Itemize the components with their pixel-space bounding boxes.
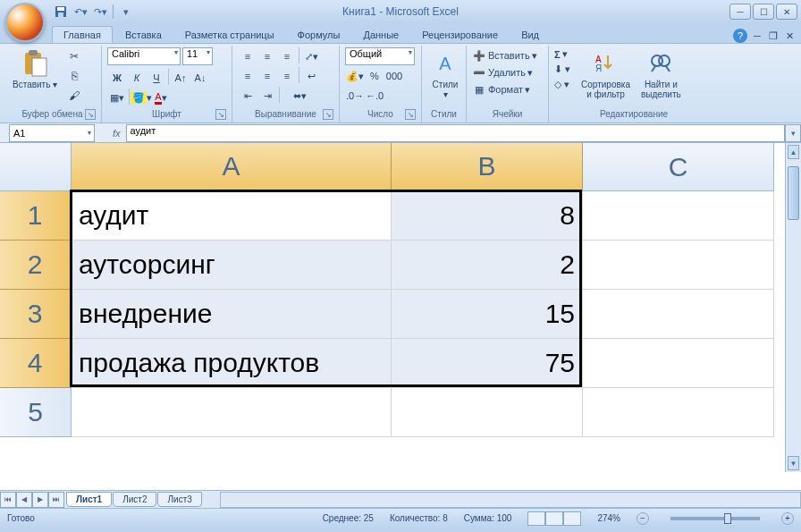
cell-C5[interactable]: [583, 388, 774, 437]
column-header-A[interactable]: A: [72, 143, 392, 191]
scroll-thumb[interactable]: [788, 166, 799, 220]
cell-C3[interactable]: [583, 290, 774, 339]
decrease-indent-icon[interactable]: ⇤: [238, 87, 257, 105]
tab-page-layout[interactable]: Разметка страницы: [174, 27, 285, 43]
number-launcher[interactable]: ↘: [405, 109, 416, 120]
close-button[interactable]: ✕: [776, 4, 797, 20]
font-size-select[interactable]: 11: [182, 47, 213, 65]
select-all-button[interactable]: [0, 143, 72, 191]
decrease-decimal-icon[interactable]: ←.0: [365, 87, 384, 105]
redo-icon[interactable]: ↷▾: [91, 3, 109, 21]
styles-button[interactable]: A Стили▾: [427, 47, 463, 101]
cell-C2[interactable]: [583, 241, 774, 290]
tab-view[interactable]: Вид: [510, 27, 550, 43]
horizontal-scrollbar[interactable]: [220, 492, 801, 508]
formula-bar-expand[interactable]: ▾: [785, 124, 801, 142]
align-bottom-icon[interactable]: ≡: [277, 47, 297, 65]
maximize-button[interactable]: ☐: [753, 4, 774, 20]
font-name-select[interactable]: Calibri: [107, 47, 181, 65]
save-icon[interactable]: [52, 3, 70, 21]
zoom-in-button[interactable]: +: [781, 512, 794, 525]
font-color-icon[interactable]: A▾: [151, 89, 171, 106]
comma-icon[interactable]: 000: [384, 67, 404, 85]
cell-C1[interactable]: [583, 191, 774, 241]
align-center-icon[interactable]: ≡: [257, 67, 277, 85]
zoom-out-button[interactable]: −: [637, 512, 649, 525]
workbook-close[interactable]: ✕: [783, 30, 796, 42]
format-cells-button[interactable]: ▦Формат ▾: [472, 81, 543, 97]
view-normal-icon[interactable]: [527, 511, 545, 526]
zoom-slider[interactable]: [670, 517, 760, 520]
cell-A3[interactable]: внедрение: [72, 290, 392, 339]
grow-font-icon[interactable]: A↑: [171, 69, 190, 87]
sheet-nav-first[interactable]: ⏮: [0, 492, 16, 508]
cell-B3[interactable]: 15: [392, 290, 583, 339]
tab-insert[interactable]: Вставка: [114, 27, 173, 43]
cell-B5[interactable]: [392, 388, 583, 437]
qat-customize-icon[interactable]: ▾: [117, 3, 135, 21]
workbook-minimize[interactable]: ─: [751, 30, 763, 41]
sort-filter-button[interactable]: АЯ Сортировка и фильтр: [578, 47, 634, 101]
worksheet-grid[interactable]: ABC 12345 аудит8аутсорсинг2внедрение15пр…: [0, 143, 801, 490]
column-header-B[interactable]: B: [392, 143, 583, 191]
help-icon[interactable]: ?: [733, 29, 747, 43]
sheet-nav-next[interactable]: ▶: [32, 492, 48, 508]
scroll-up-icon[interactable]: ▲: [788, 145, 799, 159]
increase-decimal-icon[interactable]: .0→: [345, 87, 365, 105]
bold-button[interactable]: Ж: [107, 69, 127, 87]
vertical-scrollbar[interactable]: ▲ ▼: [785, 143, 801, 472]
alignment-launcher[interactable]: ↘: [323, 109, 333, 120]
italic-button[interactable]: К: [127, 69, 147, 87]
shrink-font-icon[interactable]: A↓: [190, 69, 210, 87]
fill-color-icon[interactable]: 🪣▾: [131, 89, 151, 106]
autosum-button[interactable]: Σ ▾: [554, 47, 570, 61]
office-button[interactable]: [5, 3, 45, 42]
formula-input[interactable]: аудит: [126, 124, 785, 142]
align-top-icon[interactable]: ≡: [238, 47, 257, 65]
sheet-nav-last[interactable]: ⏭: [48, 492, 64, 508]
column-header-C[interactable]: C: [583, 143, 774, 191]
format-painter-icon[interactable]: 🖌: [64, 87, 84, 105]
tab-data[interactable]: Данные: [352, 27, 409, 43]
clear-button[interactable]: ◇ ▾: [554, 78, 570, 91]
sheet-tab-Лист3[interactable]: Лист3: [157, 492, 201, 507]
underline-button[interactable]: Ч: [147, 69, 166, 87]
tab-review[interactable]: Рецензирование: [411, 27, 509, 43]
paste-button[interactable]: Вставить ▾: [9, 47, 61, 91]
sheet-tab-Лист1[interactable]: Лист1: [66, 492, 112, 507]
find-select-button[interactable]: Найти и выделить: [637, 47, 685, 101]
view-page-break-icon[interactable]: [563, 511, 581, 526]
number-format-select[interactable]: Общий: [345, 47, 415, 65]
undo-icon[interactable]: ↶▾: [72, 3, 89, 21]
minimize-button[interactable]: ─: [729, 4, 751, 20]
row-header-5[interactable]: 5: [0, 388, 72, 437]
row-header-1[interactable]: 1: [0, 191, 72, 241]
tab-formulas[interactable]: Формулы: [287, 27, 351, 43]
cell-A4[interactable]: продажа продуктов: [72, 339, 392, 388]
active-cell[interactable]: аудит: [72, 191, 392, 241]
scroll-down-icon[interactable]: ▼: [788, 456, 799, 470]
orientation-icon[interactable]: ⤢▾: [301, 47, 321, 65]
sheet-tab-Лист2[interactable]: Лист2: [113, 492, 156, 507]
fx-icon[interactable]: fx: [113, 128, 121, 139]
row-header-3[interactable]: 3: [0, 290, 72, 339]
align-middle-icon[interactable]: ≡: [257, 47, 277, 65]
row-header-4[interactable]: 4: [0, 339, 72, 388]
view-page-layout-icon[interactable]: [545, 511, 563, 526]
zoom-level[interactable]: 274%: [597, 513, 620, 523]
increase-indent-icon[interactable]: ⇥: [257, 87, 277, 105]
cell-A5[interactable]: [72, 388, 392, 437]
cut-icon[interactable]: ✂: [64, 47, 84, 65]
cell-A2[interactable]: аутсорсинг: [72, 241, 392, 290]
borders-icon[interactable]: ▦▾: [107, 89, 127, 106]
copy-icon[interactable]: ⎘: [64, 67, 84, 85]
font-launcher[interactable]: ↘: [215, 109, 226, 120]
sheet-nav-prev[interactable]: ◀: [16, 492, 32, 508]
delete-cells-button[interactable]: ➖Удалить ▾: [472, 64, 543, 80]
currency-icon[interactable]: 💰▾: [345, 67, 365, 85]
align-right-icon[interactable]: ≡: [277, 67, 297, 85]
name-box[interactable]: A1: [9, 124, 95, 142]
cell-B4[interactable]: 75: [392, 339, 583, 388]
workbook-restore[interactable]: ❐: [767, 30, 780, 42]
cell-B2[interactable]: 2: [392, 241, 583, 290]
